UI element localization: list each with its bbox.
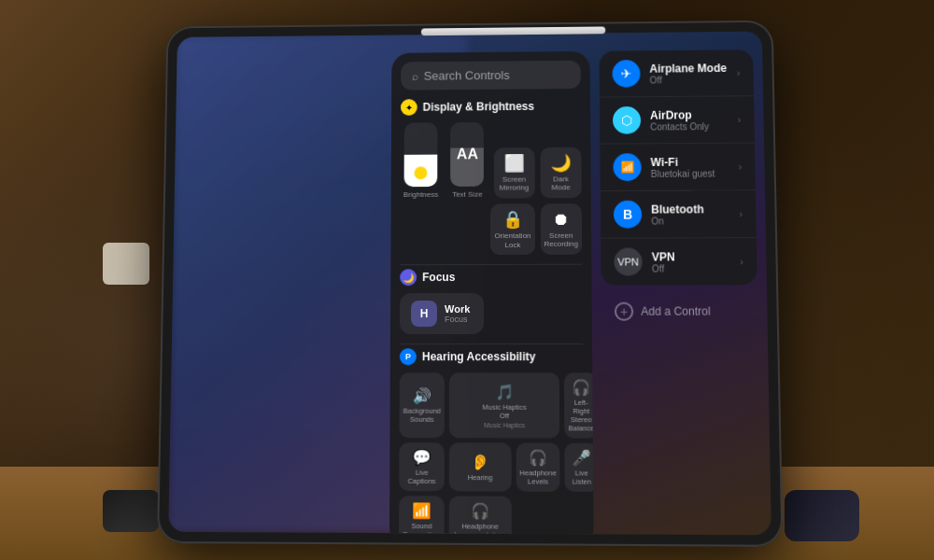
screen-mirroring-button[interactable]: ⬜ Screen Mirroring: [493, 147, 534, 199]
add-control-icon: +: [615, 302, 633, 321]
focus-work-icon: H: [411, 301, 437, 327]
wifi-name: Wi-Fi: [650, 155, 729, 168]
left-panel: ⌕ Search Controls ✦ Display & Brightness: [389, 51, 594, 535]
text-size-label: Text Size: [452, 190, 482, 199]
right-panel: ✈ Airplane Mode Off › ⬡: [599, 49, 761, 535]
hearing-label: Hearing: [468, 473, 493, 482]
bluetooth-name: Bluetooth: [651, 203, 729, 216]
vpn-chevron-icon: ›: [740, 256, 743, 267]
hearing-icon: 👂: [471, 453, 489, 470]
text-size-icon: AA: [457, 146, 478, 162]
hearing-button[interactable]: 👂 Hearing: [449, 442, 511, 491]
bluetooth-icon: B: [623, 207, 632, 222]
search-placeholder: Search Controls: [424, 68, 510, 82]
sound-recognition-icon: 📶: [412, 502, 431, 521]
sound-recognition-button[interactable]: 📶 SoundRecognition: [399, 496, 445, 535]
orientation-lock-button[interactable]: 🔒 Orientation Lock: [490, 203, 534, 255]
airdrop-name: AirDrop: [650, 108, 729, 121]
text-size-slider[interactable]: AA: [450, 122, 484, 187]
network-tile: ✈ Airplane Mode Off › ⬡: [599, 49, 757, 285]
bluetooth-info: Bluetooth On: [651, 203, 729, 226]
divider-2: [400, 343, 583, 344]
brightness-label: Brightness: [403, 190, 438, 199]
screen-mirroring-icon: ⬜: [503, 153, 524, 174]
add-control[interactable]: + Add a Control: [601, 292, 758, 330]
hearing-section-icon: P: [400, 348, 417, 365]
headphone-levels-button[interactable]: 🎧 HeadphoneLevels: [516, 443, 560, 492]
vpn-icon: VPN: [617, 257, 639, 268]
headphone-accom-button[interactable]: 🎧 HeadphoneAccommodations: [449, 497, 512, 536]
background-sounds-icon: 🔊: [413, 387, 432, 405]
sun-icon: [415, 166, 428, 179]
focus-title: Focus: [422, 271, 455, 284]
display-icon: ✦: [401, 99, 417, 116]
brightness-slider[interactable]: [404, 122, 438, 187]
vpn-info: VPN Off: [652, 250, 731, 273]
search-icon: ⌕: [412, 70, 418, 83]
focus-text: Work Focus: [445, 303, 470, 324]
outlet: [103, 243, 149, 285]
live-listen-icon: 🎤: [572, 449, 590, 468]
airplane-mode-icon: ✈: [620, 66, 631, 81]
focus-header: 🌙 Focus: [400, 269, 582, 286]
airplane-chevron-icon: ›: [737, 67, 741, 78]
stereo-balance-button[interactable]: 🎧 Left-RightStereo Balance: [564, 373, 593, 439]
vpn-name: VPN: [652, 250, 731, 263]
control-center: ⌕ Search Controls ✦ Display & Brightness: [389, 49, 762, 535]
focus-section-icon: 🌙: [400, 269, 417, 286]
airplane-mode-row[interactable]: ✈ Airplane Mode Off ›: [599, 49, 754, 97]
focus-work-button[interactable]: H Work Focus: [400, 293, 484, 334]
search-bar[interactable]: ⌕ Search Controls: [401, 61, 581, 91]
dark-mode-icon: 🌙: [550, 153, 571, 174]
orientation-lock-label: Orientation Lock: [494, 231, 531, 249]
screen-recording-button[interactable]: ⏺ Screen Recording: [540, 203, 582, 255]
text-size-slider-container[interactable]: AA Text Size: [446, 122, 488, 199]
hearing-header: P Hearing Accessibility: [400, 348, 583, 365]
headphone-accom-icon: 🎧: [471, 502, 489, 521]
ipad-frame: ⌕ Search Controls ✦ Display & Brightness: [157, 21, 784, 547]
bluetooth-row[interactable]: B Bluetooth On ›: [601, 190, 757, 239]
live-captions-button[interactable]: 💬 Live Captions: [399, 442, 445, 491]
add-control-label: Add a Control: [641, 305, 711, 318]
wifi-info: Wi-Fi Bluetokai guest: [650, 155, 729, 178]
music-haptics-icon: 🎵: [495, 383, 514, 400]
music-haptics-sub: Music Haptics: [484, 422, 525, 428]
bluetooth-sub: On: [651, 216, 729, 226]
display-row2: 🔒 Orientation Lock ⏺ Screen Recording: [400, 203, 582, 256]
screen-recording-label: Screen Recording: [544, 231, 578, 248]
headphone-levels-label: HeadphoneLevels: [519, 469, 557, 486]
display-section: ✦ Display & Brightness Brightness: [400, 98, 582, 256]
music-haptics-label: Music HapticsOff: [482, 402, 526, 419]
airplane-mode-sub: Off: [649, 74, 728, 84]
brightness-slider-container[interactable]: Brightness: [401, 122, 442, 199]
bluetooth-chevron-icon: ›: [739, 208, 743, 219]
live-captions-icon: 💬: [412, 448, 431, 466]
divider-1: [400, 264, 582, 266]
dark-mode-button[interactable]: 🌙 Dark Mode: [540, 147, 582, 199]
vpn-row[interactable]: VPN VPN Off ›: [601, 238, 757, 286]
background-sounds-button[interactable]: 🔊 BackgroundSounds: [399, 372, 444, 438]
headphone-accom-label: HeadphoneAccommodations: [453, 522, 507, 535]
screen-recording-icon: ⏺: [553, 210, 570, 230]
live-captions-label: Live Captions: [403, 469, 440, 486]
wifi-row[interactable]: 📶 Wi-Fi Bluetokai guest ›: [600, 144, 756, 191]
hearing-title: Hearing Accessibility: [422, 350, 536, 363]
live-listen-label: Live Listen: [569, 469, 594, 486]
airdrop-row[interactable]: ⬡ AirDrop Contacts Only ›: [600, 96, 755, 144]
screen-mirroring-label: Screen Mirroring: [497, 175, 531, 192]
wifi-chevron-icon: ›: [738, 161, 742, 172]
hearing-grid: 🔊 BackgroundSounds 🎵 Music HapticsOff Mu…: [399, 372, 584, 535]
airdrop-icon-wrap: ⬡: [613, 106, 641, 134]
wifi-sub: Bluetokai guest: [651, 168, 729, 178]
airplane-mode-info: Airplane Mode Off: [649, 62, 728, 85]
headphone-levels-icon: 🎧: [529, 449, 547, 467]
display-header: ✦ Display & Brightness: [401, 98, 581, 116]
airplane-mode-name: Airplane Mode: [649, 62, 728, 75]
display-grid: Brightness AA Text Size ⬜: [401, 121, 582, 199]
stereo-balance-label: Left-RightStereo Balance: [568, 399, 593, 433]
airplane-mode-icon-wrap: ✈: [612, 60, 640, 88]
bluetooth-icon-wrap: B: [614, 201, 642, 229]
music-haptics-button[interactable]: 🎵 Music HapticsOff Music Haptics: [449, 373, 560, 439]
live-listen-button[interactable]: 🎤 Live Listen: [565, 443, 594, 492]
vpn-icon-wrap: VPN: [614, 248, 643, 276]
